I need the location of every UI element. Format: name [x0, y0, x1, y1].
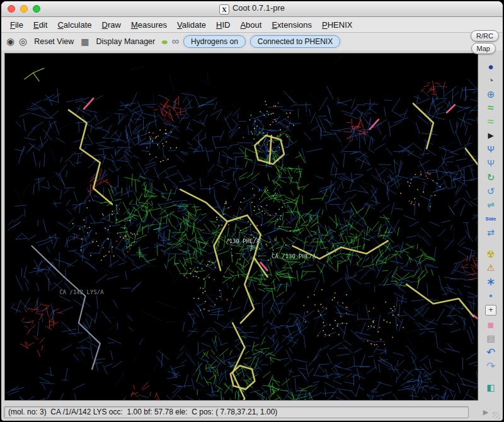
window-title: Coot 0.7.1-pre: [232, 3, 285, 13]
menu-hid[interactable]: HID: [211, 18, 235, 31]
menu-file[interactable]: File: [5, 18, 28, 31]
move-fragment-icon[interactable]: ⊕: [483, 88, 499, 100]
run-refmac-icon[interactable]: ◧: [483, 382, 499, 394]
flip-peptide-icon[interactable]: ⇄: [483, 227, 499, 239]
menu-phenix[interactable]: PHENIX: [317, 18, 357, 31]
minimize-button[interactable]: [20, 5, 28, 13]
clear-trash-icon[interactable]: ▤: [483, 333, 499, 345]
run-script-icon[interactable]: ●: [161, 37, 169, 46]
menu-validate[interactable]: Validate: [172, 18, 211, 31]
molecular-canvas[interactable]: [5, 54, 478, 400]
mutate-icon[interactable]: ☢: [483, 248, 499, 260]
add-alt-conf-icon[interactable]: •: [483, 290, 499, 302]
traffic-lights: [1, 5, 40, 13]
real-space-refine-icon[interactable]: ≈: [483, 102, 499, 114]
reset-view-button[interactable]: Reset View: [32, 36, 76, 47]
sphere-refine-icon[interactable]: ●: [483, 60, 499, 72]
titlebar: XCoot 0.7.1-pre: [1, 1, 503, 17]
menu-edit[interactable]: Edit: [28, 18, 52, 31]
undo-icon[interactable]: ↶: [483, 346, 499, 358]
status-text: (mol. no: 3) CA /1/A/142 LYS occ: 1.00 b…: [4, 406, 469, 418]
rock-view-icon[interactable]: ◎: [19, 37, 27, 47]
menu-measures[interactable]: Measures: [126, 18, 172, 31]
delete-item-icon[interactable]: ◼: [483, 319, 499, 331]
torsion-general-icon[interactable]: ⇌: [483, 199, 499, 211]
display-manager-button[interactable]: Display Manager: [93, 36, 158, 47]
auto-fit-rotamer-icon[interactable]: Ψ: [483, 157, 499, 169]
menu-about[interactable]: About: [235, 18, 266, 31]
close-button[interactable]: [8, 5, 15, 13]
content-area: /130 PHE/ACA /130 PHE/ACA /142 LYS/A ●◔⊕…: [1, 50, 503, 403]
menu-extensions[interactable]: Extensions: [266, 18, 317, 31]
place-atom-icon[interactable]: +: [485, 305, 496, 316]
hydrogens-toggle-button[interactable]: Hydrogens on: [183, 35, 246, 48]
spin-view-icon[interactable]: ◉: [6, 37, 14, 47]
title-wrap: XCoot 0.7.1-pre: [1, 3, 503, 14]
rrc-button[interactable]: R/RC: [471, 30, 499, 42]
expander-arrow-icon[interactable]: ▶: [483, 408, 488, 416]
measure-distance-icon[interactable]: ∞: [172, 37, 179, 46]
clock-idle-icon[interactable]: ◔: [483, 74, 499, 86]
edit-chi-angles-icon[interactable]: ↺: [483, 185, 499, 197]
zoom-button[interactable]: [33, 5, 40, 13]
regularize-zone-icon[interactable]: ≈: [483, 116, 499, 128]
coot-window: XCoot 0.7.1-pre FileEditCalculateDrawMea…: [1, 1, 503, 421]
display-manager-icon[interactable]: ▦: [81, 37, 89, 46]
menu-calculate[interactable]: Calculate: [52, 18, 96, 31]
add-terminal-residue-icon[interactable]: ∗: [483, 276, 499, 288]
rotate-translate-icon[interactable]: Ψ: [483, 144, 499, 156]
side-chain-flip-icon[interactable]: Side: [483, 213, 499, 225]
map-button[interactable]: Map: [471, 43, 496, 54]
resize-grip[interactable]: [493, 412, 500, 419]
gl-viewport[interactable]: /130 PHE/ACA /130 PHE/ACA /142 LYS/A: [4, 53, 478, 401]
redo-icon[interactable]: ↷: [483, 360, 499, 372]
menubar: FileEditCalculateDrawMeasuresValidateHID…: [1, 17, 503, 33]
x11-icon: X: [219, 4, 229, 14]
simple-mutate-icon[interactable]: ⚠: [483, 262, 499, 274]
modeling-toolbar: ●◔⊕≈≈▶ΨΨ↻↺⇌Side⇄☢⚠∗•+◼▤↶↷◧: [479, 50, 503, 403]
statusbar: (mol. no: 3) CA /1/A/142 LYS occ: 1.00 b…: [1, 403, 503, 421]
phenix-connection-button[interactable]: Connected to PHENIX: [250, 35, 340, 48]
rotamers-icon[interactable]: ↻: [483, 171, 499, 183]
statusbar-corner: ▶: [471, 404, 500, 419]
menu-draw[interactable]: Draw: [97, 18, 126, 31]
toolbar: ◉ ◎ Reset View ▦ Display Manager ● ∞ Hyd…: [1, 33, 503, 50]
rigid-body-fit-icon[interactable]: ▶: [483, 130, 499, 142]
